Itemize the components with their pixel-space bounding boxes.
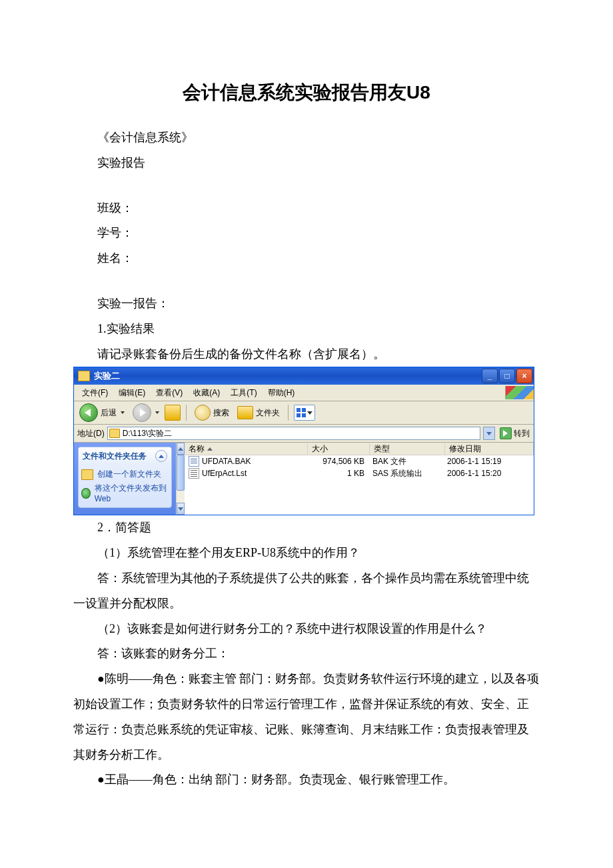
- col-name[interactable]: 名称: [185, 443, 308, 455]
- file-icon: [189, 468, 199, 479]
- tasks-header-label: 文件和文件夹任务: [83, 451, 147, 462]
- tasks-pane: 文件和文件夹任务 创建一个新文件夹 将这个文件夹发布到 Web: [74, 443, 176, 515]
- separator: [288, 405, 289, 421]
- explorer-window: 实验二 _ □ × 文件(F) 编辑(E) 查看(V) 收藏(A) 工具(T) …: [73, 367, 534, 515]
- file-row[interactable]: UFDATA.BAK 974,506 KB BAK 文件 2006-1-1 15…: [185, 455, 534, 467]
- new-folder-icon: [81, 469, 93, 480]
- menu-edit[interactable]: 编辑(E): [113, 386, 151, 400]
- file-size: 1 KB: [307, 469, 368, 478]
- forward-icon: [133, 403, 151, 422]
- tasks-header[interactable]: 文件和文件夹任务: [79, 447, 171, 465]
- folders-icon: [237, 406, 253, 419]
- task-new-folder[interactable]: 创建一个新文件夹: [81, 467, 170, 481]
- folders-button[interactable]: 文件夹: [235, 406, 283, 419]
- id-label: 学号：: [73, 221, 540, 246]
- chevron-down-icon: [307, 411, 312, 415]
- file-date: 2006-1-1 15:20: [443, 469, 531, 478]
- back-label: 后退: [101, 407, 117, 419]
- titlebar[interactable]: 实验二 _ □ ×: [74, 367, 534, 385]
- chevron-up-icon: [155, 450, 167, 462]
- back-icon: [79, 403, 98, 422]
- file-name: UFDATA.BAK: [202, 457, 251, 466]
- file-row[interactable]: UfErpAct.Lst 1 KB SAS 系统输出 2006-1-1 15:2…: [185, 467, 534, 479]
- forward-button[interactable]: [130, 402, 162, 423]
- search-icon: [195, 405, 211, 421]
- col-size[interactable]: 大小: [308, 443, 370, 455]
- scroll-thumb[interactable]: [177, 455, 185, 491]
- globe-icon: [81, 488, 91, 499]
- section1: 1.实验结果: [73, 317, 540, 342]
- address-path: D:\113\实验二: [123, 428, 173, 439]
- scroll-down-button[interactable]: [177, 503, 185, 515]
- a2-p2: ●王晶——角色：出纳 部门：财务部。负责现金、银行账管理工作。: [73, 767, 540, 793]
- close-button[interactable]: ×: [516, 369, 532, 383]
- search-label: 搜索: [213, 407, 229, 419]
- q2: （2）该账套是如何进行财务分工的？系统中进行权限设置的作用是什么？: [73, 617, 540, 642]
- up-button[interactable]: [165, 405, 181, 421]
- a2-lead: 答：该账套的财务分工：: [73, 641, 540, 667]
- search-button[interactable]: 搜索: [192, 405, 232, 421]
- menu-favorites[interactable]: 收藏(A): [188, 386, 225, 400]
- prompt1: 请记录账套备份后生成的备份文件名称（含扩展名）。: [73, 342, 540, 367]
- exp1-heading: 实验一报告：: [73, 291, 540, 317]
- task-publish-web[interactable]: 将这个文件夹发布到 Web: [81, 481, 170, 505]
- file-type: BAK 文件: [368, 456, 443, 467]
- chevron-down-icon: [155, 411, 159, 414]
- file-date: 2006-1-1 15:19: [443, 457, 531, 466]
- name-label: 姓名：: [73, 246, 540, 271]
- file-type: SAS 系统输出: [368, 468, 443, 479]
- menu-file[interactable]: 文件(F): [77, 386, 113, 400]
- go-button[interactable]: 转到: [498, 427, 532, 439]
- menu-view[interactable]: 查看(V): [151, 386, 188, 400]
- chevron-down-icon: [121, 411, 125, 414]
- q1: （1）系统管理在整个用友ERP-U8系统中的作用？: [73, 541, 540, 566]
- a2-p1: ●陈明——角色：账套主管 部门：财务部。负责财务软件运行环境的建立，以及各项初始…: [73, 667, 540, 767]
- menu-help[interactable]: 帮助(H): [263, 386, 301, 400]
- left-scrollbar[interactable]: [176, 443, 185, 515]
- windows-flag-icon: [505, 386, 534, 399]
- task-label: 将这个文件夹发布到 Web: [95, 483, 170, 503]
- maximize-button[interactable]: □: [499, 369, 515, 383]
- address-dropdown[interactable]: [483, 427, 495, 440]
- back-button[interactable]: 后退: [77, 402, 127, 423]
- views-button[interactable]: [294, 405, 315, 421]
- a1: 答：系统管理为其他的子系统提供了公共的账套，各个操作员均需在系统管理中统一设置并…: [73, 566, 540, 617]
- file-list: 名称 大小 类型 修改日期 UFDATA.BAK 974,506 KB: [185, 443, 534, 515]
- window-title: 实验二: [94, 370, 482, 382]
- doc-title: 会计信息系统实验报告用友U8: [73, 80, 540, 105]
- file-name: UfErpAct.Lst: [202, 469, 247, 478]
- folder-icon: [109, 429, 120, 438]
- class-label: 班级：: [73, 196, 540, 221]
- file-size: 974,506 KB: [307, 457, 368, 466]
- report-label: 实验报告: [73, 151, 540, 176]
- menubar: 文件(F) 编辑(E) 查看(V) 收藏(A) 工具(T) 帮助(H): [74, 385, 534, 401]
- address-field[interactable]: D:\113\实验二: [107, 427, 480, 440]
- col-date[interactable]: 修改日期: [445, 443, 534, 455]
- toolbar: 后退 搜索 文件夹: [74, 401, 534, 425]
- col-name-label: 名称: [189, 443, 205, 455]
- task-label: 创建一个新文件夹: [97, 469, 161, 480]
- folder-icon: [78, 371, 90, 381]
- sort-asc-icon: [207, 447, 213, 451]
- scroll-up-button[interactable]: [177, 443, 185, 455]
- views-icon: [297, 408, 306, 417]
- go-label: 转到: [514, 428, 530, 439]
- address-bar: 地址(D) D:\113\实验二 转到: [74, 425, 534, 443]
- file-icon: [189, 456, 199, 467]
- subtitle: 《会计信息系统》: [73, 125, 540, 151]
- minimize-button[interactable]: _: [482, 369, 498, 383]
- address-label: 地址(D): [76, 428, 105, 439]
- menu-tools[interactable]: 工具(T): [225, 386, 262, 400]
- folders-label: 文件夹: [256, 407, 280, 419]
- column-headers[interactable]: 名称 大小 类型 修改日期: [185, 443, 534, 455]
- col-type[interactable]: 类型: [370, 443, 445, 455]
- separator: [186, 405, 187, 421]
- go-icon: [500, 427, 512, 439]
- section2: 2．简答题: [73, 515, 540, 541]
